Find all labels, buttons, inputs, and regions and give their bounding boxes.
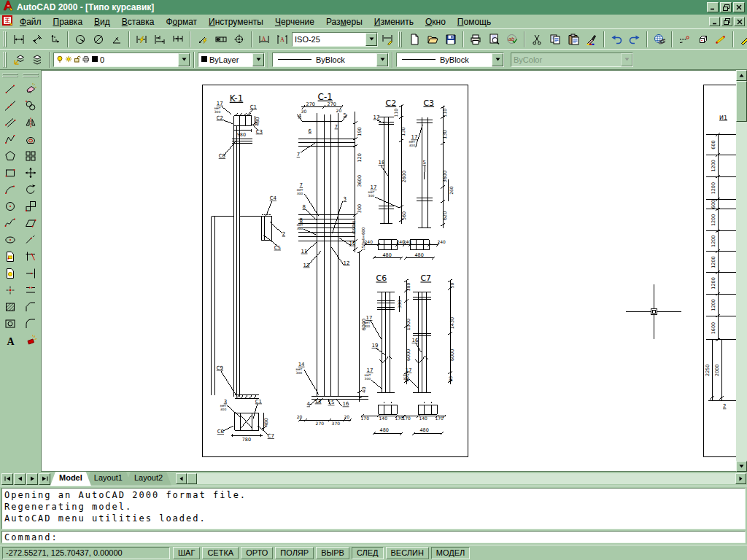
dim-update-button[interactable] [379, 31, 396, 48]
menu-item-4[interactable]: Формат [160, 16, 203, 28]
close-button[interactable] [733, 2, 745, 12]
toolbar-grip[interactable] [2, 74, 18, 79]
arc-button[interactable] [1, 181, 19, 198]
layer-dropdown-button[interactable] [178, 53, 190, 66]
print-button[interactable] [467, 31, 484, 48]
tolerance-button[interactable] [212, 31, 230, 48]
tab-nav-next-button[interactable] [26, 473, 38, 485]
tab-model[interactable]: Model [50, 472, 91, 486]
polyline-button[interactable] [1, 131, 19, 147]
dim-edit-button[interactable]: A [255, 31, 273, 48]
lineweight-combo[interactable]: ByBlock [396, 52, 504, 67]
spline-button[interactable] [1, 214, 19, 231]
construction-line-button[interactable] [1, 97, 19, 114]
menu-item-2[interactable]: Вид [88, 16, 116, 28]
color-combo[interactable]: ByLayer [198, 52, 265, 67]
break-button[interactable] [22, 281, 39, 298]
layer-on-icon[interactable] [56, 55, 63, 64]
stretch-button[interactable] [22, 214, 39, 231]
spelling-button[interactable]: ab [503, 31, 521, 48]
vertical-scrollbar[interactable] [736, 70, 747, 472]
child-restore-button[interactable] [721, 17, 732, 26]
drawing-canvas[interactable]: K-1C-1C2C3C6C7И117мет300C1С2C3480580C8C4… [41, 70, 736, 472]
make-layer-current-button[interactable] [10, 51, 28, 69]
save-button[interactable] [442, 31, 460, 48]
dim-radius-button[interactable] [71, 31, 89, 48]
layer-plot-icon[interactable] [82, 55, 90, 64]
redraw-button[interactable] [737, 31, 747, 48]
tab-layout2[interactable]: Layout2 [125, 472, 171, 486]
mtext-button[interactable]: A [1, 332, 19, 349]
child-close-button[interactable] [734, 17, 745, 26]
tab-layout1[interactable]: Layout1 [85, 472, 131, 486]
dim-ordinate-button[interactable] [47, 31, 64, 48]
layer-combo[interactable]: 0 [53, 52, 190, 67]
trim-button[interactable] [22, 248, 39, 265]
dim-linear-button[interactable] [10, 31, 28, 48]
menu-item-6[interactable]: Черчение [269, 16, 320, 28]
scale-button[interactable] [22, 198, 39, 214]
menu-item-0[interactable]: Файл [14, 16, 47, 28]
dim-style-combo[interactable]: ISO-25 [292, 32, 378, 47]
copy-object-button[interactable] [22, 97, 39, 114]
polygon-button[interactable] [1, 147, 19, 164]
ucs-button[interactable] [694, 31, 711, 48]
print-preview-button[interactable] [485, 31, 503, 48]
linetype-dropdown-button[interactable] [376, 53, 388, 66]
cut-button[interactable] [528, 31, 546, 48]
menu-item-10[interactable]: Помощь [452, 16, 497, 28]
ellipse-button[interactable] [1, 231, 19, 248]
linetype-combo[interactable]: ByBlock [272, 52, 389, 67]
toolbar-grip[interactable] [3, 52, 8, 68]
insert-block-button[interactable] [1, 248, 19, 265]
mirror-button[interactable] [22, 114, 39, 131]
fillet-button[interactable] [22, 315, 39, 332]
status-toggle-шаг[interactable]: ШАГ [173, 547, 200, 559]
track-point-button[interactable] [676, 31, 693, 48]
array-button[interactable] [22, 147, 39, 164]
open-file-button[interactable] [424, 31, 441, 48]
quick-leader-button[interactable] [194, 31, 212, 48]
region-button[interactable] [1, 315, 19, 332]
rotate-button[interactable] [22, 181, 39, 198]
make-block-button[interactable] [1, 265, 19, 281]
status-toggle-модел[interactable]: МОДЕЛ [431, 547, 470, 559]
chamfer-button[interactable] [22, 298, 39, 315]
lineweight-dropdown-button[interactable] [492, 53, 503, 66]
extend-button[interactable] [22, 265, 39, 281]
match-properties-button[interactable] [583, 31, 600, 48]
child-minimize-button[interactable] [709, 17, 720, 26]
undo-button[interactable] [608, 31, 625, 48]
menu-item-7[interactable]: Размеры [320, 16, 368, 28]
dim-text-edit-button[interactable]: A [274, 31, 291, 48]
layers-button[interactable] [28, 51, 46, 69]
status-toggle-поляр[interactable]: ПОЛЯР [275, 547, 314, 559]
move-button[interactable] [22, 164, 39, 181]
status-toggle-орто[interactable]: ОРТО [241, 547, 273, 559]
explode-button[interactable] [22, 332, 39, 349]
erase-button[interactable] [22, 80, 39, 97]
scroll-right-button[interactable] [735, 473, 746, 484]
dim-style-dropdown-button[interactable] [365, 33, 377, 46]
command-history[interactable]: Opening an AutoCAD 2000 format file.Rege… [1, 488, 746, 529]
horizontal-scrollbar[interactable] [176, 473, 746, 484]
restore-button[interactable] [720, 2, 732, 12]
menu-item-8[interactable]: Изменить [368, 16, 419, 28]
coordinates-readout[interactable]: -272.55271, 125.70437, 0.00000 [2, 547, 170, 559]
minimize-button[interactable] [707, 2, 719, 12]
hatch-button[interactable] [1, 298, 19, 315]
hyperlink-button[interactable] [651, 31, 668, 48]
line-button[interactable] [1, 80, 19, 97]
quick-dimension-button[interactable] [133, 31, 150, 48]
multiline-button[interactable] [1, 114, 19, 131]
redo-button[interactable] [626, 31, 643, 48]
command-prompt[interactable]: Command: [1, 531, 746, 543]
color-dropdown-button[interactable] [252, 53, 264, 66]
dim-angular-button[interactable] [108, 31, 125, 48]
copy-button[interactable] [546, 31, 564, 48]
scroll-left-button[interactable] [176, 473, 187, 484]
menu-item-3[interactable]: Вставка [116, 16, 160, 28]
vertical-scroll-thumb[interactable] [736, 81, 747, 122]
tab-nav-prev-button[interactable] [14, 473, 26, 485]
layer-lock-icon[interactable] [74, 55, 81, 64]
